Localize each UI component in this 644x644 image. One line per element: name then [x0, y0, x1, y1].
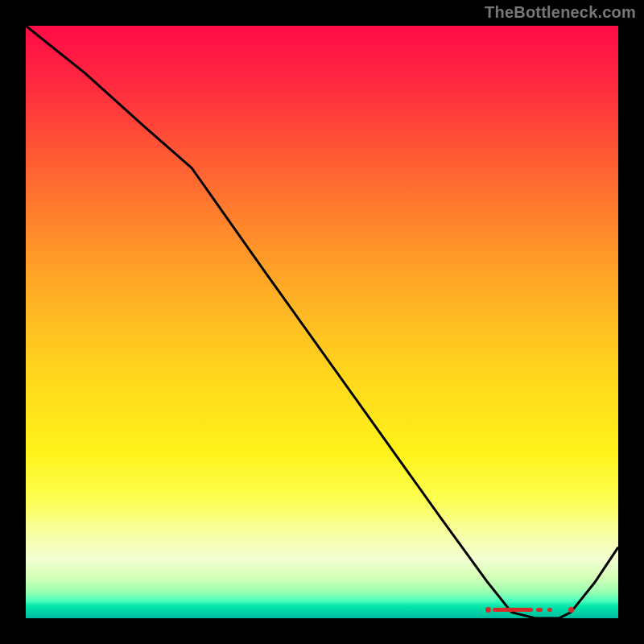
- optimal-zone-segment: [547, 608, 552, 612]
- optimal-zone-marker: [488, 607, 571, 613]
- attribution-text: TheBottleneck.com: [485, 3, 636, 22]
- optimal-zone-segment: [536, 608, 543, 612]
- line-overlay-svg: [26, 26, 618, 618]
- optimal-zone-dot: [485, 607, 491, 613]
- plot-area: [26, 26, 618, 618]
- chart-container: TheBottleneck.com: [0, 0, 644, 644]
- optimal-zone-segment: [493, 608, 532, 612]
- bottleneck-curve-path: [26, 26, 618, 618]
- optimal-zone-dot: [568, 607, 574, 613]
